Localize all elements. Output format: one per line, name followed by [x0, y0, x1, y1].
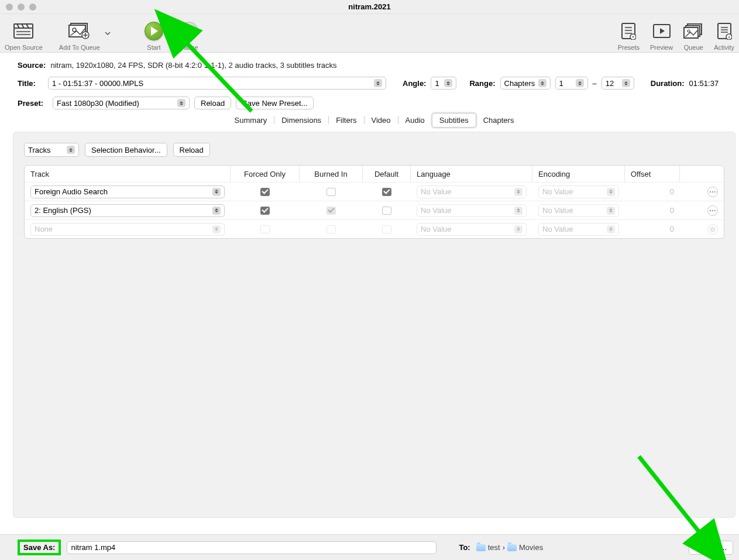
- burned-checkbox: [326, 225, 336, 233]
- queue-label: Queue: [684, 44, 703, 51]
- language-select: No Value: [417, 223, 527, 236]
- burned-checkbox[interactable]: [326, 188, 336, 196]
- svg-line-4: [26, 24, 29, 28]
- clapperboard-icon: [13, 20, 33, 42]
- source-label: Source:: [18, 61, 46, 70]
- tab-audio[interactable]: Audio: [398, 114, 432, 127]
- activity-icon: i: [717, 20, 732, 42]
- range-type-select[interactable]: Chapters: [500, 77, 551, 90]
- table-row: 2: English (PGS) No Value No Value 0 ⋯: [25, 201, 724, 219]
- range-end-select[interactable]: 12: [601, 77, 634, 90]
- selection-behavior-button[interactable]: Selection Behavior...: [85, 143, 167, 157]
- angle-select[interactable]: 1: [431, 77, 456, 90]
- preset-reload-button[interactable]: Reload: [194, 97, 231, 109]
- select-arrows-icon: [212, 188, 221, 196]
- tab-filters[interactable]: Filters: [329, 114, 363, 127]
- title-select[interactable]: 1 - 01:51:37 - 00000.MPLS: [48, 77, 386, 90]
- select-arrows-icon: [622, 79, 630, 87]
- save-as-label: Save As:: [18, 540, 61, 555]
- range-label: Range:: [469, 79, 495, 88]
- range-end-value: 12: [606, 79, 614, 88]
- pause-button[interactable]: Pause: [180, 16, 198, 51]
- bottom-bar: Save As: To: test › Movies Browse...: [0, 534, 739, 560]
- table-row: Foreign Audio Search No Value No Value 0…: [25, 182, 724, 201]
- default-checkbox[interactable]: [382, 207, 391, 215]
- subtitles-panel: Tracks Selection Behavior... Reload Trac…: [13, 132, 735, 518]
- select-arrows-icon: [177, 99, 185, 107]
- duration-value: 01:51:37: [689, 79, 719, 88]
- svg-line-2: [17, 24, 19, 28]
- track-select[interactable]: None: [30, 223, 225, 236]
- titlebar: nitram.2021: [0, 0, 739, 14]
- tab-chapters[interactable]: Chapters: [476, 114, 521, 127]
- queue-dropdown-chevron-icon[interactable]: [105, 32, 111, 35]
- presets-label: Presets: [618, 44, 640, 51]
- add-to-queue-button[interactable]: Add To Queue: [59, 16, 100, 51]
- angle-label: Angle:: [403, 79, 426, 88]
- start-button[interactable]: Start: [145, 16, 163, 51]
- preset-value: Fast 1080p30 (Modified): [57, 99, 139, 108]
- tracks-select[interactable]: Tracks: [24, 143, 79, 157]
- forced-checkbox[interactable]: [260, 188, 270, 196]
- svg-rect-0: [14, 28, 33, 38]
- track-select[interactable]: Foreign Audio Search: [30, 185, 225, 198]
- presets-button[interactable]: Presets: [618, 16, 640, 51]
- burned-checkbox[interactable]: [326, 207, 336, 215]
- window-title: nitram.2021: [0, 2, 739, 11]
- tab-video[interactable]: Video: [365, 114, 398, 127]
- forced-checkbox[interactable]: [260, 207, 270, 215]
- more-options-icon[interactable]: ⋯: [707, 205, 718, 216]
- main-panel: Source: nitram, 1920x1080, 24 FPS, SDR (…: [0, 53, 739, 518]
- duration-label: Duration:: [651, 79, 685, 88]
- tab-subtitles[interactable]: Subtitles: [432, 113, 476, 128]
- save-new-preset-button[interactable]: Save New Preset...: [236, 97, 314, 109]
- queue-button[interactable]: Queue: [683, 16, 703, 51]
- tab-dimensions[interactable]: Dimensions: [274, 114, 328, 127]
- pause-icon: [180, 22, 198, 40]
- col-track: Track: [25, 166, 231, 182]
- encoding-select[interactable]: No Value: [538, 185, 619, 198]
- toolbar: Open Source Add To Queue Start Pause Pre…: [0, 14, 739, 53]
- save-as-input[interactable]: [67, 541, 436, 554]
- select-arrows-icon: [212, 207, 221, 215]
- pause-label: Pause: [180, 44, 198, 51]
- queue-icon: [683, 20, 703, 42]
- subtitles-reload-button[interactable]: Reload: [173, 143, 210, 157]
- track-select[interactable]: 2: English (PGS): [30, 204, 225, 217]
- offset-value: 0: [625, 220, 680, 238]
- select-arrows-icon: [538, 79, 546, 87]
- select-arrows-icon: [444, 79, 452, 87]
- tab-summary[interactable]: Summary: [228, 114, 274, 127]
- forced-checkbox: [260, 225, 270, 233]
- svg-marker-20: [660, 28, 665, 34]
- open-source-label: Open Source: [5, 44, 43, 51]
- title-label: Title:: [18, 79, 43, 88]
- default-checkbox[interactable]: [382, 188, 391, 196]
- col-forced: Forced Only: [231, 166, 300, 182]
- svg-point-18: [633, 36, 634, 37]
- start-label: Start: [147, 44, 160, 51]
- range-start-select[interactable]: 1: [555, 77, 588, 90]
- preview-button[interactable]: Preview: [650, 16, 673, 51]
- select-arrows-icon: [67, 146, 75, 154]
- col-actions: [680, 166, 724, 182]
- svg-line-3: [22, 24, 24, 28]
- more-options-icon[interactable]: ⋯: [707, 187, 718, 197]
- add-to-queue-label: Add To Queue: [59, 44, 100, 51]
- select-arrows-icon: [212, 225, 221, 233]
- dest-path[interactable]: test › Movies: [476, 543, 544, 552]
- preset-label: Preset:: [18, 99, 48, 108]
- preset-select[interactable]: Fast 1080p30 (Modified): [53, 97, 190, 109]
- open-source-button[interactable]: Open Source: [5, 16, 43, 51]
- browse-button[interactable]: Browse...: [689, 541, 733, 555]
- remove-icon: ⊖: [707, 224, 718, 235]
- table-row: None No Value No Value 0 ⊖: [25, 219, 724, 238]
- select-arrows-icon: [374, 79, 382, 87]
- col-language: Language: [411, 166, 532, 182]
- angle-value: 1: [435, 79, 439, 88]
- activity-button[interactable]: i Activity: [714, 16, 734, 51]
- language-select[interactable]: No Value: [417, 204, 527, 217]
- col-burned: Burned In: [300, 166, 363, 182]
- encoding-select[interactable]: No Value: [538, 204, 619, 217]
- language-select[interactable]: No Value: [417, 185, 527, 198]
